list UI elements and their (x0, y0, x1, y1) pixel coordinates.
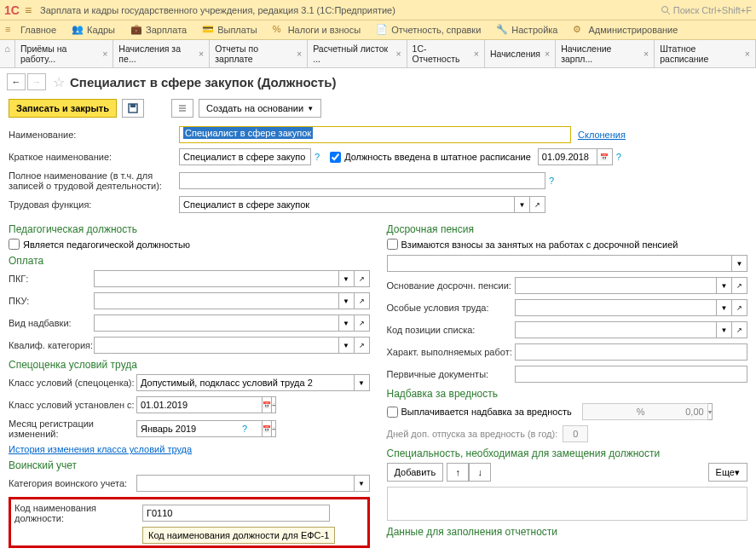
name-input[interactable]: Специалист в сфере закупок (179, 126, 571, 143)
vzim-checkbox[interactable] (387, 239, 398, 250)
adjust-icon[interactable]: ÷ (272, 396, 276, 413)
help-icon[interactable]: ? (549, 176, 554, 186)
home-tab-icon[interactable]: ⌂ (0, 40, 15, 67)
dropdown-icon[interactable]: ▼ (339, 270, 355, 287)
dropdown-icon[interactable]: ▼ (717, 321, 732, 338)
down-button[interactable]: ↓ (469, 463, 491, 482)
open-icon[interactable]: ↗ (732, 321, 747, 338)
adjust-icon[interactable]: ÷ (272, 420, 276, 437)
tab-5[interactable]: Начисления× (485, 40, 556, 67)
tab-3[interactable]: Расчетный листок ...× (308, 40, 407, 67)
in-staff-checkbox[interactable] (330, 152, 341, 163)
dropdown-icon[interactable]: ▼ (355, 374, 370, 391)
open-icon[interactable]: ↗ (732, 299, 747, 316)
tab-6[interactable]: Начисление зарпл...× (556, 40, 655, 67)
open-icon[interactable]: ↗ (732, 277, 747, 294)
close-icon[interactable]: × (474, 49, 479, 59)
back-button[interactable]: ← (7, 73, 26, 90)
func-label: Трудовая функция: (9, 199, 179, 210)
kod-input[interactable] (142, 505, 330, 522)
close-icon[interactable]: × (395, 49, 401, 59)
calendar-icon[interactable]: 📅 (263, 420, 272, 437)
open-icon[interactable]: ↗ (355, 315, 370, 332)
create-based-button[interactable]: Создать на основании ▼ (199, 99, 321, 118)
pkg-input[interactable] (94, 270, 339, 287)
dos-extra-input[interactable] (387, 255, 733, 272)
specreq-list[interactable] (387, 487, 748, 521)
dni-input[interactable] (563, 425, 588, 442)
ped-heading: Педагогическая должность (9, 223, 370, 235)
list-button[interactable] (171, 99, 193, 118)
tab-1[interactable]: Начисления за пе...× (113, 40, 210, 67)
dropdown-icon[interactable]: ▼ (515, 196, 530, 213)
nadb-val-input[interactable] (582, 403, 708, 420)
katvoin-input[interactable] (136, 475, 355, 492)
tooltip: Код наименования должности для ЕФС-1 (142, 527, 335, 544)
kodpoz-input[interactable] (515, 321, 718, 338)
full-input[interactable] (179, 172, 545, 189)
close-icon[interactable]: × (545, 49, 550, 59)
help-icon[interactable]: ? (616, 152, 621, 162)
favorite-icon[interactable]: ☆ (53, 74, 65, 90)
menu-7[interactable]: ⚙Администрирование (573, 24, 678, 36)
forward-button[interactable]: → (27, 73, 46, 90)
tab-7[interactable]: Штатное расписание× (655, 40, 756, 67)
up-button[interactable]: ↑ (447, 463, 469, 482)
open-icon[interactable]: ↗ (355, 337, 370, 354)
dropdown-icon[interactable]: ▼ (339, 337, 355, 354)
help-icon[interactable]: ? (315, 152, 320, 162)
declension-link[interactable]: Склонения (578, 130, 626, 140)
close-icon[interactable]: × (199, 49, 204, 59)
kval-input[interactable] (94, 337, 339, 354)
open-icon[interactable]: ↗ (355, 270, 370, 287)
klass-from-input[interactable] (136, 396, 263, 413)
dropdown-icon[interactable]: ▼ (355, 475, 370, 492)
osob-input[interactable] (515, 299, 718, 316)
tab-0[interactable]: Приёмы на работу...× (15, 40, 113, 67)
save-button[interactable] (122, 99, 144, 118)
close-icon[interactable]: × (745, 49, 750, 59)
menu-5[interactable]: 📄Отчетность, справки (376, 24, 481, 36)
add-button[interactable]: Добавить (387, 463, 444, 482)
osn-input[interactable] (515, 277, 718, 294)
menu-2[interactable]: 💼Зарплата (130, 24, 187, 36)
more-button[interactable]: Еще ▾ (708, 463, 747, 482)
is-ped-checkbox[interactable] (9, 239, 20, 250)
stepper-icon[interactable]: ▾ (708, 403, 713, 420)
calendar-icon[interactable]: 📅 (263, 396, 272, 413)
page-title: Специалист в сфере закупок (Должность) (70, 75, 336, 89)
close-icon[interactable]: × (297, 49, 302, 59)
dropdown-icon[interactable]: ▼ (732, 255, 747, 272)
global-search[interactable]: Поиск Ctrl+Shift+F (661, 5, 752, 15)
in-staff-date[interactable] (538, 148, 597, 165)
menu-4[interactable]: %Налоги и взносы (273, 24, 361, 36)
history-link[interactable]: История изменения класса условий труда (9, 444, 192, 454)
open-icon[interactable]: ↗ (530, 196, 545, 213)
dropdown-icon[interactable]: ▼ (717, 277, 732, 294)
func-input[interactable] (179, 196, 515, 213)
nadb-input[interactable] (94, 315, 339, 332)
menu-1[interactable]: 👥Кадры (72, 24, 115, 36)
close-icon[interactable]: × (102, 49, 107, 59)
har-input[interactable] (515, 343, 748, 361)
tab-4[interactable]: 1С-Отчетность× (407, 40, 485, 67)
calendar-icon[interactable]: 📅 (597, 148, 613, 165)
dropdown-icon[interactable]: ▼ (339, 292, 355, 309)
menu-icon[interactable]: ≡ (25, 3, 32, 17)
tab-2[interactable]: Отчеты по зарплате× (210, 40, 308, 67)
dropdown-icon[interactable]: ▼ (339, 315, 355, 332)
klass-input[interactable] (136, 374, 355, 391)
menu-3[interactable]: 💳Выплаты (202, 24, 257, 36)
open-icon[interactable]: ↗ (355, 292, 370, 309)
save-close-button[interactable]: Записать и закрыть (9, 99, 117, 118)
menu-6[interactable]: 🔧Настройка (496, 24, 557, 36)
close-icon[interactable]: × (643, 49, 649, 59)
short-input[interactable] (179, 148, 311, 165)
highlighted-box: Код наименования должности: Код наименов… (9, 497, 370, 548)
menu-0[interactable]: ≡Главное (5, 24, 56, 36)
perv-input[interactable] (515, 366, 748, 383)
dropdown-icon[interactable]: ▼ (717, 299, 732, 316)
help-icon[interactable]: ? (242, 424, 247, 434)
vypl-checkbox[interactable] (387, 407, 398, 418)
pku-input[interactable] (94, 292, 339, 309)
